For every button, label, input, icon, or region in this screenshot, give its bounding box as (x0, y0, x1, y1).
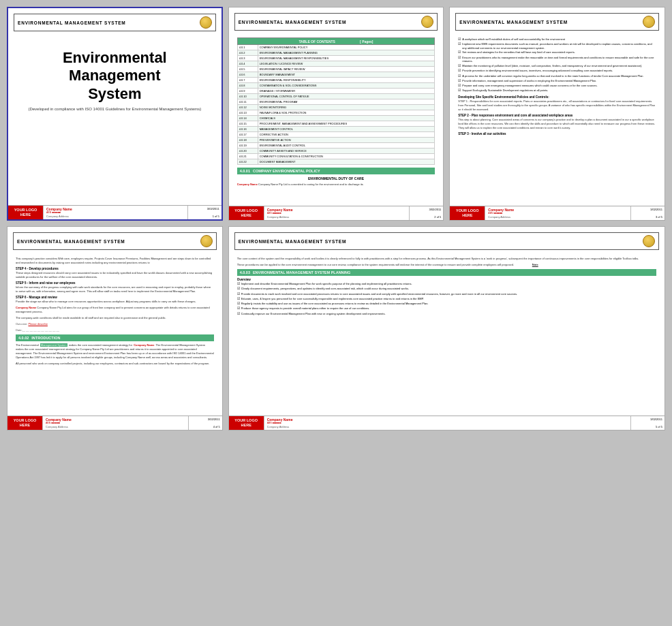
page-1-header-title: ENVIRONMENTAL MANAGEMENT SYSTEM (18, 20, 126, 25)
toc-table: TABLE OF CONTENTS [ Pages] 4.0.1COMPANY … (237, 37, 436, 165)
checkbox-item: Implement and describe Environmental Man… (237, 282, 656, 286)
page-2-header: ENVIRONMENTAL MANAGEMENT SYSTEM (234, 13, 438, 31)
footer-addr-2: Company Address (267, 215, 407, 219)
toc-row: 4.0.7ENVIRONMENTAL RESPONSIBILITY (237, 78, 435, 83)
footer-company-name-2: Company Name (267, 208, 407, 212)
toc-row: 4.0.2ENVIRONMENTAL MANAGEMENT PLANNING (237, 50, 435, 56)
step2-text: This step is about planning. Core associ… (458, 118, 656, 130)
toc-row: 4.0.4LEGISLATION / LICENCE REVIEW (237, 61, 435, 67)
page-2-header-title: ENVIRONMENTAL MANAGEMENT SYSTEM (239, 20, 347, 25)
footer-addr-3: Company Address (488, 215, 628, 219)
gold-coin-1 (200, 16, 212, 29)
page-3-footer: YOUR LOGOHERE Company Name ABN ■■■■■■ Co… (450, 206, 665, 220)
section-header-2: 4.0.01 COMPANY ENVIRONMENTAL POLICY (237, 168, 436, 174)
page4-top-text: This company's practice considers With c… (16, 257, 214, 265)
toc-row: 4.0.12NOISE MONITORING (237, 105, 435, 110)
toc-row: 4.0.15PROCUREMENT, MANAGEMENT AND ASSESS… (237, 121, 435, 127)
gold-coin-4 (200, 235, 213, 247)
checkbox-item: Maintain the monitoring of pollution lev… (458, 64, 656, 68)
section-num-5: 4.0.03 (240, 270, 250, 275)
toc-row: 4.0.10OPERATIONAL CONTROL OF FATIGUE (237, 94, 435, 99)
page-2-footer: YOUR LOGOHERE Company Name ABN ■■■■■■ Co… (229, 206, 444, 220)
checkbox-item: Set reviews and strategies for the remed… (458, 50, 656, 54)
overview-heading: Overview (237, 278, 656, 281)
page5-proc-text: These procedures can be applied to the c… (237, 263, 656, 267)
toc-row: 4.0.18PREVENTATIVE ACTION (237, 138, 435, 143)
step1-text: STEP 1 - Responsibilities for core assoc… (458, 99, 656, 112)
checkbox-item: Provide prevention in identifying enviro… (458, 69, 656, 73)
section-sub-2: ENVIRONMENTAL DUTY OF CARE (237, 176, 436, 181)
logo-text-3: YOUR LOGOHERE (456, 208, 479, 218)
page-5: ENVIRONMENTAL MANAGEMENT SYSTEM The core… (228, 226, 665, 431)
checkbox-item: Prepare and carry over emergency managem… (458, 84, 656, 88)
page-1-content: Environmental Management System (Develop… (14, 35, 216, 151)
toc-row: 4.0.6BOUNDARY MANAGEMENT (237, 72, 435, 78)
footer-date-1: 3/02/2011 (190, 207, 219, 210)
pages-grid: ENVIRONMENTAL MANAGEMENT SYSTEM Environm… (7, 7, 665, 431)
page4-company-statement: Company Name Company Name Pty Ltd aims f… (16, 306, 214, 314)
page-1-footer: YOUR LOGOHERE Company Name ABN ■■■■■■ Co… (8, 205, 222, 219)
toc-row: 4.0.1COMPANY ENVIRONMENTAL POLICY (237, 45, 435, 50)
page-3: ENVIRONMENTAL MANAGEMENT SYSTEM A workpl… (449, 7, 665, 221)
page-1-subtitle: (Developed in compliance with ISO 14001 … (28, 107, 201, 111)
page-4-body: This company's practice considers With c… (13, 254, 217, 394)
page-4-header-title: ENVIRONMENTAL MANAGEMENT SYSTEM (17, 239, 125, 244)
toc-row: 4.0.19ENVIRONMENTAL AUDIT CONTROL (237, 143, 435, 148)
section-header-4: 4.0.02 INTRODUCTION (16, 334, 214, 341)
footer-company-name-4: Company Name (46, 418, 185, 422)
footer-logo-3: YOUR LOGOHERE (450, 206, 485, 220)
logo-text-4: YOUR LOGOHERE (14, 418, 37, 428)
toc-row: 4.0.11ENVIRONMENTAL PROGRAM (237, 99, 435, 105)
gold-coin-2 (421, 16, 433, 28)
page-5-body: The core content of the system and the r… (234, 254, 659, 343)
footer-right-3: 3/02/2011 3 of 5 (630, 206, 665, 220)
footer-date-3: 3/02/2011 (633, 208, 662, 211)
footer-right-4: 3/02/2011 4 of 5 (188, 416, 222, 430)
footer-date-5: 3/02/2011 (633, 418, 662, 421)
footer-company-sub-3: ABN ■■■■■■ (488, 212, 628, 215)
step3-heading: STEP 3 - Involve all our activities (458, 132, 656, 136)
intro-text2: All personnel who work on company contro… (16, 362, 214, 366)
page-3-body: A workplace which we'll establish duties… (455, 35, 659, 162)
checkbox-item: Educate, uses, & Inspire you personnel b… (237, 297, 656, 301)
step4-heading: STEP 4 - Develop procedures (16, 267, 214, 270)
section-title-4: INTRODUCTION (31, 336, 60, 340)
checkbox-item: A workplace which we'll establish duties… (458, 37, 656, 42)
footer-addr-5: Company Address (267, 425, 628, 428)
footer-date-4: 3/02/2011 (191, 418, 220, 421)
step6-text: Provide the stage we allow who to manage… (16, 300, 214, 304)
page-2-body: TABLE OF CONTENTS [ Pages] 4.0.1COMPANY … (234, 35, 438, 215)
step1-heading: Developing Site Specific Environmental P… (458, 95, 656, 99)
gold-coin-5 (643, 235, 655, 247)
footer-page-4: 4 of 5 (191, 425, 220, 428)
section-num-2: 4.0.01 (240, 169, 250, 173)
checkbox-item: Provide documents to each work involved … (237, 292, 656, 296)
footer-logo-2: YOUR LOGOHERE (229, 206, 264, 220)
toc-title: TABLE OF CONTENTS [ Pages] (237, 38, 435, 45)
checkbox-item: Produce those agency requests to provide… (237, 307, 656, 311)
policy-text-2: Company Name Company Name Pty Ltd is com… (237, 183, 436, 187)
checkbox-item: A process for the undertaker will conven… (458, 74, 656, 78)
logo-text-1: YOUR LOGOHERE (14, 208, 37, 217)
logo-text-5: YOUR LOGOHERE (234, 418, 258, 428)
footer-logo-5: YOUR LOGOHERE (229, 416, 264, 430)
checkbox-item: Ensure our practitioners who its managem… (458, 56, 656, 63)
toc-row: 4.0.13FAUNA/FLORA & SOIL PROTECTION (237, 110, 435, 116)
footer-middle-4: Company Name ABN ■■■■■■ Company Address (43, 416, 188, 430)
footer-date-2: 3/02/2011 (412, 208, 441, 211)
section-header-5: 4.0.03 ENVIRONMENTAL MANAGEMENT SYSTEM P… (237, 269, 656, 276)
section-title-2: COMPANY ENVIRONMENTAL POLICY (253, 169, 320, 173)
footer-logo-1: YOUR LOGOHERE (8, 206, 44, 219)
toc-row: 4.0.21COMMUNITY CONSULTATION & CONSTRUCT… (237, 154, 435, 159)
page-4-footer: YOUR LOGOHERE Company Name ABN ■■■■■■ Co… (7, 416, 222, 430)
page-5-header: ENVIRONMENTAL MANAGEMENT SYSTEM (234, 232, 659, 250)
page5-body-text: The core content of the system and the r… (237, 257, 656, 261)
section-title-5: ENVIRONMENTAL MANAGEMENT SYSTEM PLANNING (253, 270, 350, 275)
step5-heading: STEP 5 - Inform and raise our employees (16, 281, 214, 285)
checkbox-list-5: Implement and describe Environmental Man… (237, 282, 656, 316)
checkbox-item: Implement new EMS requirements documents… (458, 42, 656, 50)
footer-middle-3: Company Name ABN ■■■■■■ Company Address (485, 206, 630, 220)
footer-right-1: 3/02/2011 1 of 5 (187, 206, 222, 219)
toc-row: 4.0.9DRAINAGE / STORMWATER (237, 89, 435, 94)
date-line: Date:__ __ __ __ __ __ __ __ __ __ (16, 328, 214, 332)
